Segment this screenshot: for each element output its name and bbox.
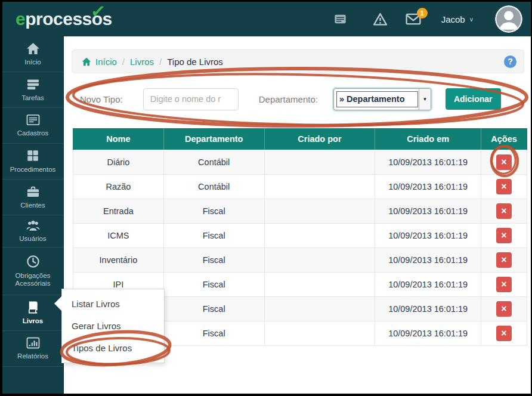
col-criado-em: Criado em [375,128,481,150]
menu-item-listar-livros[interactable]: Listar Livros [62,293,164,315]
col-departamento: Departamento [163,128,264,150]
cell-criado-em: 10/09/2013 16:01:19 [375,272,481,296]
cell-departamento: Fiscal [163,199,264,223]
breadcrumb-separator: / [122,57,125,67]
table-row: ICMS Fiscal 10/09/2013 16:01:19 × [73,223,527,248]
sidebar-item-usuarios[interactable]: Usuários [2,215,63,248]
cell-acoes: × [481,272,527,296]
home-icon [82,57,91,66]
cell-criado-por [264,199,375,223]
breadcrumb-current: Tipo de Livros [167,57,223,67]
cell-departamento: Contábil [163,174,264,199]
sidebar-item-label: Procedimentos [10,166,56,174]
sidebar-item-cadastros[interactable]: Cadastros [2,108,63,144]
home-icon [26,42,40,55]
cell-criado-por [264,248,375,272]
table-row: Diário Contábil 10/09/2013 16:01:19 × [73,150,527,174]
cell-departamento: Fiscal [163,272,264,296]
delete-button[interactable]: × [496,326,512,341]
sidebar-item-label: Tarefas [21,94,44,102]
cell-acoes: × [481,150,527,174]
breadcrumb-separator: / [159,57,162,67]
logo-mid: process [25,9,92,29]
sidebar-item-label: Cadastros [17,129,48,137]
cell-nome: Entrada [73,199,164,223]
flyout-arrow [54,296,62,311]
table-header-row: Nome Departamento Criado por Criado em A… [73,128,527,150]
sidebar-item-label: Usuários [19,235,46,243]
logo[interactable]: eprocesso✓s [16,9,112,29]
delete-button[interactable]: × [496,203,512,219]
cell-departamento: Fiscal [163,321,264,345]
sidebar-item-procedimentos[interactable]: Procedimentos [2,144,63,180]
delete-button[interactable]: × [496,252,512,268]
cell-criado-em: 10/09/2013 16:01:19 [375,199,481,223]
cell-criado-em: 10/09/2013 16:01:19 [375,150,481,174]
sidebar-item-relatorios[interactable]: Relatórios [2,331,63,367]
cell-criado-em: 10/09/2013 16:01:19 [375,223,481,248]
cell-departamento: Contábil [163,150,264,174]
sidebar: Início Tarefas Cadastros Procedimentos C… [2,36,64,394]
logo-e: e [16,9,25,29]
cell-nome: ICMS [73,223,164,248]
delete-button[interactable]: × [496,277,512,292]
delete-button[interactable]: × [496,179,512,194]
delete-button[interactable]: × [496,301,512,317]
delete-button[interactable]: × [496,154,512,170]
logo-check-icon: ✓ [89,2,106,22]
new-type-input[interactable] [143,88,239,110]
department-select[interactable]: » Departamento ▼ [333,88,431,110]
menu-item-tipos-de-livros[interactable]: Tipos de Livros [62,337,164,359]
logo-o: o✓ [92,9,103,29]
cell-acoes: × [481,174,527,199]
breadcrumb: Início / Livros / Tipo de Livros ? [72,50,524,73]
adicionar-button[interactable]: Adicionar [446,88,501,110]
new-type-label: Novo Tipo: [80,94,123,104]
col-criado-por: Criado por [264,128,375,150]
col-acoes: Ações [481,128,527,150]
dropdown-arrow-icon: ▼ [419,89,431,110]
cell-acoes: × [481,223,527,248]
delete-button[interactable]: × [496,228,512,243]
sidebar-item-clientes[interactable]: Clientes [2,180,63,215]
bars-icon [26,78,40,91]
cell-acoes: × [481,296,527,321]
warning-icon[interactable] [373,13,388,26]
table-row: Razão Contábil 10/09/2013 16:01:19 × [73,174,527,199]
cell-departamento: Fiscal [163,296,264,321]
avatar[interactable] [495,5,522,33]
breadcrumb-inicio[interactable]: Início [95,57,117,67]
notification-badge: 1 [417,8,428,18]
users-icon [26,219,41,231]
cell-nome: Razão [73,174,164,199]
envelope-icon[interactable]: 1 [406,13,421,25]
help-icon[interactable]: ? [504,55,516,68]
user-name: Jacob [441,14,465,24]
breadcrumb-livros[interactable]: Livros [130,57,154,67]
cell-criado-por [264,296,375,321]
cell-criado-em: 10/09/2013 16:01:19 [375,174,481,199]
add-type-form: Novo Tipo: Departamento: » Departamento … [72,88,527,110]
department-label: Departamento: [259,94,318,104]
sidebar-item-obrigacoes-acessoriais[interactable]: Obrigações Acessóriais [2,248,63,295]
table-row: Entrada Fiscal 10/09/2013 16:01:19 × [73,199,527,223]
table-row: Inventário Fiscal 10/09/2013 16:01:19 × [73,248,527,272]
briefcase-icon [26,185,40,198]
cell-departamento: Fiscal [163,223,264,248]
user-menu[interactable]: Jacob ∨ [441,14,474,24]
sidebar-item-inicio[interactable]: Início [2,36,63,72]
book-icon [27,301,39,314]
livros-flyout-menu: Listar Livros Gerar Livros Tipos de Livr… [61,289,165,363]
select-value: » Departamento [336,91,418,107]
list-icon[interactable] [333,13,348,26]
menu-item-gerar-livros[interactable]: Gerar Livros [62,315,164,337]
cell-criado-por [264,150,375,174]
sidebar-item-label: Clientes [20,202,45,209]
list-alt-icon [26,114,40,126]
cell-acoes: × [481,199,527,223]
cell-criado-por [264,321,375,345]
sidebar-item-tarefas[interactable]: Tarefas [2,72,63,108]
chevron-down-icon: ∨ [469,16,474,23]
bar-chart-icon [26,337,40,349]
sidebar-item-label: Livros [23,317,44,325]
